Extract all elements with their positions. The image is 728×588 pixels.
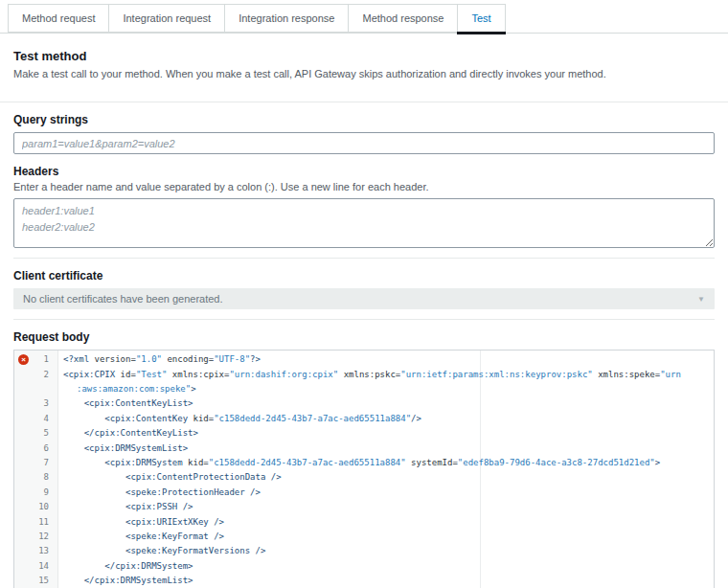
editor-row[interactable]: 9 <speke:ProtectionHeader /> — [14, 486, 714, 500]
request-body-label: Request body — [13, 330, 715, 344]
line-number: 6 — [14, 441, 58, 456]
code-line: :aws:amazon:com:speke"> — [58, 382, 714, 396]
page-description: Make a test call to your method. When yo… — [13, 67, 715, 80]
editor-row[interactable]: 15 </cpix:DRMSystemList> — [14, 574, 714, 588]
code-line: </cpix:ContentKeyList> — [58, 426, 714, 441]
client-certificate-select[interactable]: No client certificates have been generat… — [13, 288, 715, 309]
code-line: </cpix:DRMSystemList> — [58, 574, 714, 588]
code-line: <speke:KeyFormat /> — [58, 530, 714, 544]
code-line: <cpix:ContentProtectionData /> — [58, 470, 714, 485]
divider — [13, 258, 715, 259]
query-strings-input[interactable] — [13, 132, 715, 154]
page-title: Test method — [13, 49, 715, 63]
code-line: <?xml version="1.0" encoding="UTF-8"?> — [58, 352, 714, 367]
editor-row[interactable]: 14 </cpix:DRMSystem> — [14, 559, 714, 574]
line-number: 5 — [14, 426, 58, 441]
line-number: 9 — [14, 486, 58, 500]
code-line: <cpix:CPIX id="Test" xmlns:cpix="urn:das… — [58, 368, 714, 382]
editor-row[interactable]: 5 </cpix:ContentKeyList> — [14, 426, 714, 441]
line-number: 8 — [14, 470, 58, 485]
editor-row[interactable]: 1×<?xml version="1.0" encoding="UTF-8"?> — [14, 352, 714, 367]
line-number: 4 — [14, 412, 58, 426]
code-line: <cpix:DRMSystem kid="c158dedd-2d45-43b7-… — [58, 456, 714, 470]
code-line: <cpix:ContentKey kid="c158dedd-2d45-43b7… — [58, 412, 714, 426]
tab-method-response[interactable]: Method response — [348, 4, 458, 33]
line-number: 2 — [14, 368, 58, 382]
editor-row[interactable]: 10 <cpix:PSSH /> — [14, 500, 714, 514]
client-certificate-value: No client certificates have been generat… — [23, 293, 223, 305]
line-number: 3 — [14, 396, 58, 411]
content: Query strings Headers Enter a header nam… — [0, 113, 728, 588]
code-line: <speke:KeyFormatVersions /> — [58, 544, 714, 558]
line-number: 10 — [14, 500, 58, 514]
error-icon: × — [18, 354, 29, 365]
editor-row[interactable]: 7 <cpix:DRMSystem kid="c158dedd-2d45-43b… — [14, 456, 714, 470]
headers-label: Headers — [13, 165, 715, 178]
editor-row[interactable]: 13 <speke:KeyFormatVersions /> — [14, 544, 714, 558]
line-number: 15 — [14, 574, 58, 588]
code-line: <cpix:DRMSystemList> — [58, 441, 714, 456]
tab-bar: Method requestIntegration requestIntegra… — [0, 0, 728, 34]
tab-test[interactable]: Test — [457, 4, 505, 33]
request-body-editor[interactable]: 1×<?xml version="1.0" encoding="UTF-8"?>… — [13, 350, 715, 588]
editor-row[interactable]: 12 <speke:KeyFormat /> — [14, 530, 714, 544]
line-number: 1× — [14, 352, 58, 367]
query-strings-label: Query strings — [13, 113, 715, 126]
headers-description: Enter a header name and value separated … — [13, 181, 715, 192]
line-number: 12 — [14, 530, 58, 544]
chevron-down-icon: ▼ — [697, 295, 705, 304]
divider — [0, 102, 728, 102]
editor-row[interactable]: 4 <cpix:ContentKey kid="c158dedd-2d45-43… — [14, 412, 714, 426]
editor-rows: 1×<?xml version="1.0" encoding="UTF-8"?>… — [14, 352, 714, 588]
editor-row[interactable]: 11 <cpix:URIExtXKey /> — [14, 515, 714, 530]
divider — [13, 319, 715, 320]
editor-row[interactable]: 8 <cpix:ContentProtectionData /> — [14, 470, 714, 485]
editor-row[interactable]: 2<cpix:CPIX id="Test" xmlns:cpix="urn:da… — [14, 368, 714, 382]
headers-input[interactable] — [13, 198, 715, 248]
line-number: 14 — [14, 559, 58, 574]
editor-row[interactable]: 6 <cpix:DRMSystemList> — [14, 441, 714, 456]
line-number: 13 — [14, 544, 58, 558]
code-line: <cpix:URIExtXKey /> — [58, 515, 714, 530]
intro-section: Test method Make a test call to your met… — [0, 34, 728, 92]
editor-row[interactable]: :aws:amazon:com:speke"> — [14, 382, 714, 396]
line-number: 7 — [14, 456, 58, 470]
code-line: <cpix:PSSH /> — [58, 500, 714, 514]
line-number — [14, 382, 58, 396]
tab-integration-response[interactable]: Integration response — [224, 4, 349, 33]
tab-method-request[interactable]: Method request — [8, 4, 109, 33]
tab-integration-request[interactable]: Integration request — [108, 4, 225, 33]
editor-row[interactable]: 3 <cpix:ContentKeyList> — [14, 396, 714, 411]
code-line: </cpix:DRMSystem> — [58, 559, 714, 574]
code-line: <cpix:ContentKeyList> — [58, 396, 714, 411]
code-line: <speke:ProtectionHeader /> — [58, 486, 714, 500]
line-number: 11 — [14, 515, 58, 530]
client-certificate-label: Client certificate — [13, 269, 715, 283]
